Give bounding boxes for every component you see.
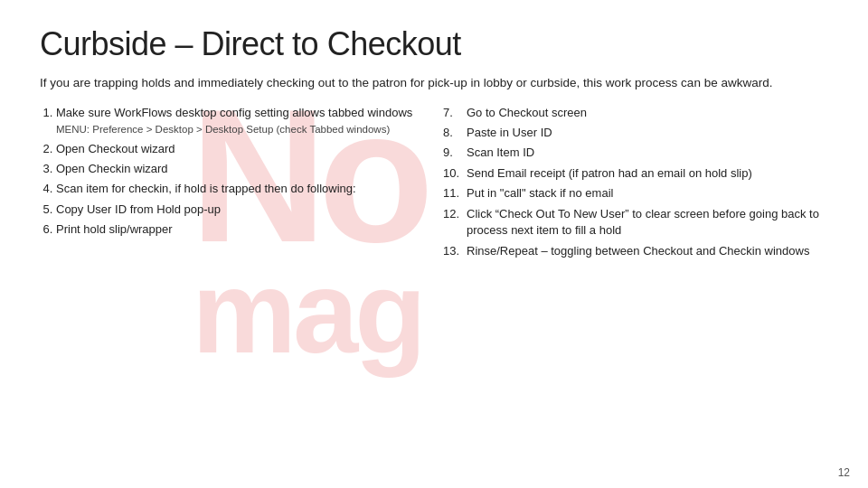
list-item: Copy User ID from Hold pop-up [56, 202, 425, 218]
list-item-text: Print hold slip/wrapper [56, 222, 173, 236]
right-column: 7. Go to Checkout screen 8. Paste in Use… [434, 105, 828, 264]
list-num: 12. [443, 206, 463, 239]
page: No mag Curbside – Direct to Checkout If … [0, 0, 868, 488]
list-item: Scan item for checkin, if hold is trappe… [56, 181, 425, 197]
list-num: 8. [443, 125, 463, 141]
list-num: 10. [443, 165, 463, 182]
page-title: Curbside – Direct to Checkout [40, 25, 828, 63]
list-item: 7. Go to Checkout screen [443, 105, 828, 121]
list-item: 11. Put in "call" stack if no email [443, 185, 828, 202]
list-item: 13. Rinse/Repeat – toggling between Chec… [443, 243, 828, 259]
list-item: Open Checkin wizard [56, 161, 425, 177]
list-item-text: Make sure WorkFlows desktop config setti… [56, 106, 412, 119]
list-item-text: Send Email receipt (if patron had an ema… [467, 165, 752, 182]
list-num: 9. [443, 145, 463, 161]
list-item-text: Scan item for checkin, if hold is trappe… [56, 182, 356, 195]
list-item: 9. Scan Item ID [443, 145, 828, 161]
left-list: Make sure WorkFlows desktop config setti… [40, 105, 425, 239]
list-num: 7. [443, 105, 463, 121]
menu-note: MENU: Preference > Desktop > Desktop Set… [56, 123, 425, 137]
list-item: 12. Click “Check Out To New User” to cle… [443, 206, 828, 239]
list-item: 8. Paste in User ID [443, 125, 828, 141]
list-num: 13. [443, 243, 463, 259]
list-item: Make sure WorkFlows desktop config setti… [56, 105, 425, 137]
list-item: Open Checkout wizard [56, 141, 425, 157]
list-item-text: Rinse/Repeat – toggling between Checkout… [467, 243, 809, 259]
right-list: 7. Go to Checkout screen 8. Paste in Use… [443, 105, 828, 260]
list-item: 10. Send Email receipt (if patron had an… [443, 165, 828, 182]
list-item: Print hold slip/wrapper [56, 221, 425, 238]
list-item-text: Put in "call" stack if no email [467, 185, 613, 202]
list-item-text: Open Checkout wizard [56, 142, 175, 155]
intro-text: If you are trapping holds and immediatel… [40, 74, 828, 92]
list-item-text: Scan Item ID [467, 145, 534, 161]
list-item-text: Copy User ID from Hold pop-up [56, 202, 221, 216]
list-item-text: Go to Checkout screen [467, 105, 587, 121]
left-column: Make sure WorkFlows desktop config setti… [40, 105, 434, 264]
list-item-text: Paste in User ID [467, 125, 552, 141]
watermark-mag: mag [192, 253, 422, 371]
list-num: 11. [443, 185, 463, 202]
content-area: Make sure WorkFlows desktop config setti… [40, 105, 828, 264]
list-item-text: Click “Check Out To New User” to clear s… [467, 206, 828, 239]
list-item-text: Open Checkin wizard [56, 162, 168, 175]
page-number: 12 [838, 466, 850, 479]
